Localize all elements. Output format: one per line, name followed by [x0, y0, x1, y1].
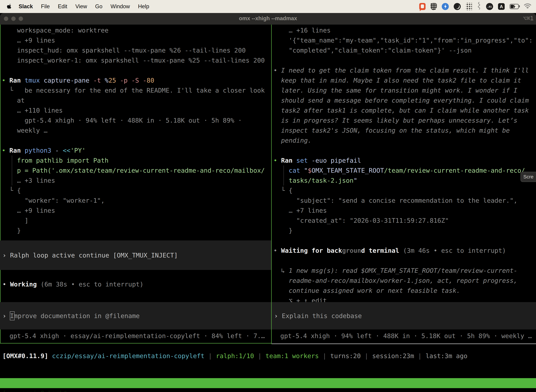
window-title-bar: omx --xhigh --madmax ⌥⌘1: [0, 13, 536, 25]
apple-menu-icon[interactable]: [7, 3, 12, 10]
left-inject-banner-text: › Ralph loop active continue [OMX_TMUX_I…: [0, 250, 178, 260]
right-pane-model-status: gpt-5.4 xhigh · 94% left · 488K in · 5.1…: [280, 331, 532, 341]
menu-app-name[interactable]: Slack: [19, 3, 33, 10]
omx-session-status-line: [OMX#0.11.9] cczip/essay/ai-reimplementa…: [2, 351, 467, 361]
privacy-shield-icon[interactable]: [431, 3, 437, 10]
menu-status-icons: ..61 A: [419, 2, 531, 11]
left-input-cursor: [10, 311, 14, 320]
tmux-status-bar: [omx-cczip0:bash* "MacBook-Pro-44.local"…: [0, 378, 536, 388]
menu-file[interactable]: File: [41, 3, 50, 10]
right-command-connector-line: [283, 165, 284, 186]
left-pane-left-border: [0, 25, 0, 344]
input-source-a-icon[interactable]: A: [498, 3, 505, 10]
slack-notification-icon[interactable]: [419, 3, 426, 10]
terminal-screen: workspace_mode: worktree … +9 lines insp…: [0, 25, 536, 392]
window-title: omx --xhigh --madmax: [0, 15, 536, 22]
left-pane-output[interactable]: workspace_mode: worktree … +9 lines insp…: [2, 25, 271, 236]
right-pane-output[interactable]: … +16 lines '{"team_name":"my-team","tas…: [273, 25, 536, 306]
left-pane-bottom-border: [0, 343, 271, 344]
menu-bar: Slack File Edit View Go Window Help ..61…: [0, 0, 536, 13]
menu-view[interactable]: View: [75, 3, 87, 10]
wifi-icon[interactable]: [524, 3, 531, 10]
left-input-placeholder[interactable]: › Improve documentation in @filename: [0, 311, 140, 321]
pane-divider[interactable]: [271, 25, 272, 344]
left-input-box[interactable]: › Improve documentation in @filename: [0, 302, 271, 330]
menu-window[interactable]: Window: [110, 3, 130, 10]
menu-help[interactable]: Help: [138, 3, 149, 10]
left-pane-model-status: gpt-5.4 xhigh · essay/ai-reimplementatio…: [10, 331, 265, 341]
battery-61-badge-icon[interactable]: ..61: [486, 3, 493, 10]
left-working-status: • Working (6m 38s • esc to interrupt): [2, 279, 144, 289]
right-input-box[interactable]: › Explain this codebase: [272, 302, 536, 330]
blue-badge-icon[interactable]: [442, 3, 449, 10]
menu-edit[interactable]: Edit: [58, 3, 67, 10]
app-grid-icon[interactable]: [466, 3, 472, 10]
right-input-placeholder[interactable]: › Explain this codebase: [272, 311, 362, 321]
squiggle-script-icon[interactable]: [477, 2, 481, 11]
screen-tooltip: Scre: [521, 172, 536, 182]
left-inject-banner: › Ralph loop active continue [OMX_TMUX_I…: [0, 240, 271, 270]
battery-charging-icon[interactable]: [510, 4, 519, 9]
right-pane-bottom-border: [272, 344, 536, 344]
left-command-connector-line: [12, 155, 12, 186]
camera-crescent-icon[interactable]: [454, 3, 461, 10]
tmux-session-name[interactable]: [omx-cczip0:bash*: [2, 388, 67, 392]
menu-go[interactable]: Go: [95, 3, 102, 10]
window-shortcut-hint: ⌥⌘1: [523, 15, 534, 22]
